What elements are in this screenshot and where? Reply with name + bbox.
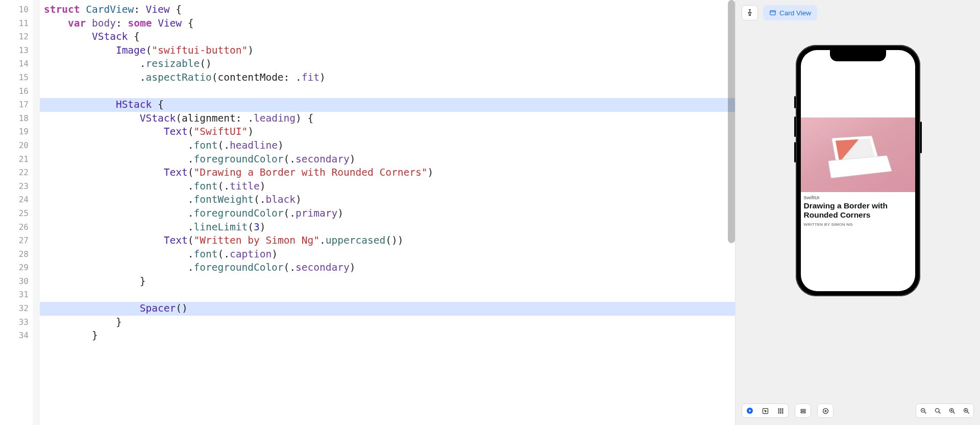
svg-rect-5 <box>782 408 783 410</box>
svg-rect-6 <box>778 410 779 412</box>
toolbar-group-settings <box>817 404 834 418</box>
line-number: 23 <box>0 180 33 194</box>
line-number: 21 <box>0 153 33 167</box>
line-number: 14 <box>0 57 33 71</box>
code-line[interactable]: Text("Drawing a Border with Rounded Corn… <box>40 166 735 180</box>
code-line[interactable]: struct CardView: View { <box>40 3 735 17</box>
code-line[interactable]: var body: some View { <box>40 17 735 31</box>
device-power-button <box>920 122 922 153</box>
code-line[interactable]: .font(.headline) <box>40 139 735 153</box>
line-number: 29 <box>0 261 33 275</box>
grid-icon <box>777 407 785 415</box>
device-settings-icon <box>799 407 807 415</box>
code-line[interactable] <box>40 85 735 99</box>
fold-gutter <box>33 0 40 425</box>
line-number: 24 <box>0 193 33 207</box>
preview-target-chip[interactable]: Card View <box>763 5 817 20</box>
zoom-actual-button[interactable] <box>945 404 959 417</box>
line-number: 17 <box>0 98 33 112</box>
line-number: 28 <box>0 248 33 262</box>
svg-point-16 <box>935 408 939 412</box>
pin-preview-button[interactable] <box>742 5 758 20</box>
selectable-mode-button[interactable] <box>757 404 773 418</box>
svg-rect-7 <box>780 410 781 412</box>
code-line[interactable]: VStack(alignment: .leading) { <box>40 112 735 126</box>
preview-header: Card View <box>742 5 817 20</box>
device-volume-up <box>794 116 796 137</box>
code-line[interactable]: } <box>40 316 735 329</box>
line-number: 22 <box>0 166 33 180</box>
preview-toolbar-left <box>742 404 834 418</box>
svg-rect-10 <box>780 412 781 414</box>
device-notch <box>830 50 886 61</box>
device-settings-button[interactable] <box>795 404 811 418</box>
code-line[interactable]: } <box>40 329 735 343</box>
zoom-out-icon <box>920 407 927 415</box>
toolbar-group-device <box>795 404 811 418</box>
code-editor[interactable]: 1011121314151617181920212223242526272829… <box>0 0 735 425</box>
play-icon <box>746 407 754 415</box>
settings-icon <box>822 407 829 415</box>
canvas-settings-button[interactable] <box>818 404 833 418</box>
code-line[interactable]: .foregroundColor(.secondary) <box>40 153 735 167</box>
line-number: 30 <box>0 275 33 289</box>
code-line[interactable]: VStack { <box>40 30 735 44</box>
svg-rect-4 <box>780 408 781 410</box>
code-line[interactable]: .lineLimit(3) <box>40 221 735 234</box>
code-line[interactable]: .aspectRatio(contentMode: .fit) <box>40 71 735 85</box>
line-number: 16 <box>0 85 33 99</box>
line-number: 11 <box>0 17 33 31</box>
svg-rect-0 <box>770 11 776 15</box>
editor-scrollbar[interactable] <box>728 0 735 243</box>
device-side-button <box>794 96 796 108</box>
line-number: 13 <box>0 44 33 58</box>
svg-point-18 <box>951 410 952 411</box>
card-title: Drawing a Border with Rounded Corners <box>804 201 912 220</box>
code-line[interactable]: .foregroundColor(.secondary) <box>40 261 735 275</box>
code-line[interactable]: .foregroundColor(.primary) <box>40 207 735 221</box>
code-line[interactable]: Image("swiftui-button") <box>40 44 735 58</box>
svg-rect-9 <box>778 412 779 414</box>
card-view: SwiftUI Drawing a Border with Rounded Co… <box>801 117 915 230</box>
zoom-in-button[interactable] <box>959 404 973 417</box>
window-icon <box>769 9 776 16</box>
svg-rect-3 <box>778 408 779 410</box>
line-number: 25 <box>0 207 33 221</box>
live-preview-button[interactable] <box>742 404 757 418</box>
code-line[interactable]: Spacer() <box>40 302 735 316</box>
code-line[interactable]: .fontWeight(.black) <box>40 193 735 207</box>
code-line[interactable]: .font(.title) <box>40 180 735 194</box>
line-number: 12 <box>0 30 33 44</box>
code-line[interactable]: } <box>40 275 735 289</box>
chip-label: Card View <box>779 9 811 17</box>
zoom-fit-button[interactable] <box>930 404 945 417</box>
code-line[interactable]: .font(.caption) <box>40 248 735 262</box>
laptop-illustration <box>824 135 892 178</box>
code-line[interactable] <box>40 288 735 302</box>
code-area[interactable]: struct CardView: View { var body: some V… <box>40 0 735 425</box>
line-number: 15 <box>0 71 33 85</box>
variants-button[interactable] <box>773 404 788 418</box>
preview-canvas: Card View SwiftUI Drawing a Border with … <box>735 0 980 425</box>
code-line[interactable]: .resizable() <box>40 57 735 71</box>
svg-rect-12 <box>801 409 805 411</box>
zoom-fit-icon <box>934 407 942 415</box>
device-screen[interactable]: SwiftUI Drawing a Border with Rounded Co… <box>801 50 915 291</box>
zoom-out-button[interactable] <box>916 404 930 417</box>
code-line[interactable]: Text("SwiftUI") <box>40 125 735 139</box>
card-image <box>801 117 915 192</box>
code-line[interactable]: HStack { <box>40 98 735 112</box>
code-line[interactable]: Text("Written by Simon Ng".uppercased()) <box>40 234 735 248</box>
zoom-toolbar <box>916 404 974 418</box>
svg-rect-11 <box>782 412 783 414</box>
line-number: 20 <box>0 139 33 153</box>
line-number: 26 <box>0 221 33 234</box>
line-number: 32 <box>0 302 33 316</box>
card-byline: WRITTEN BY SIMON NG <box>804 222 912 227</box>
line-number: 27 <box>0 234 33 248</box>
card-eyebrow: SwiftUI <box>804 195 912 200</box>
svg-rect-13 <box>801 411 805 413</box>
square-arrow-icon <box>762 407 769 415</box>
zoom-100-icon <box>948 407 956 415</box>
line-number: 31 <box>0 288 33 302</box>
